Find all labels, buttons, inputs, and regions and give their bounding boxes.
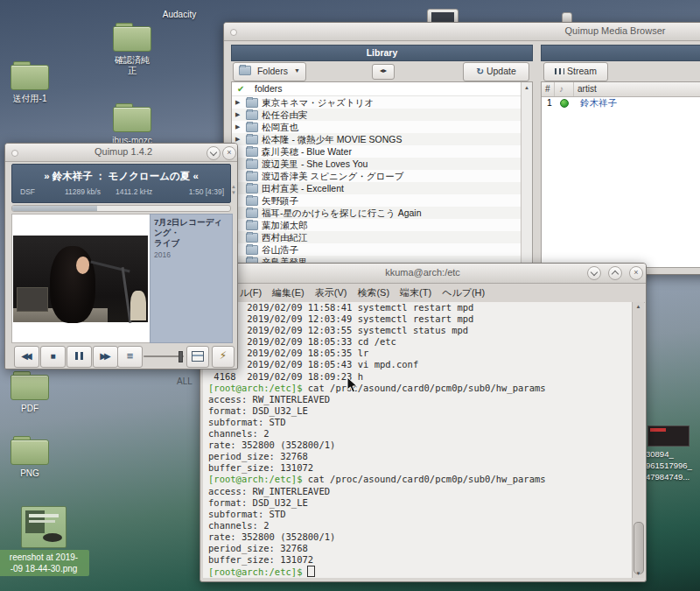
library-folder-row[interactable]: ▶東京キネマ・ジャズトリオ bbox=[232, 96, 532, 109]
previous-button[interactable]: ◀◀ bbox=[14, 346, 39, 368]
shade-button[interactable] bbox=[206, 146, 220, 160]
library-folder-row[interactable]: 田村直美 - Excellent bbox=[232, 182, 532, 194]
previous-icon: ◀◀ bbox=[21, 347, 29, 365]
close-button[interactable]: × bbox=[629, 266, 643, 280]
stop-button[interactable]: ■ bbox=[40, 346, 66, 368]
folder-label: 渡辺香津美 スピニング・グローブ bbox=[262, 170, 403, 182]
maximize-button[interactable] bbox=[608, 266, 622, 280]
terminal-content[interactable]: 2019/02/09 11:58:41 systemctl restart mp… bbox=[203, 302, 634, 578]
library-folder-row[interactable]: 渡辺美里 - She Loves You bbox=[232, 158, 532, 170]
terminal-line: rate: 352800 (352800/1) bbox=[203, 440, 634, 451]
menu-item[interactable]: 端末(T) bbox=[400, 286, 431, 299]
connect-button[interactable]: ⚡ bbox=[212, 346, 234, 368]
pause-button[interactable] bbox=[66, 346, 92, 368]
volume-handle[interactable] bbox=[178, 351, 183, 362]
progress-fill bbox=[12, 206, 97, 211]
volume-slider[interactable] bbox=[144, 355, 184, 358]
library-scrollbar[interactable]: ▲ bbox=[521, 82, 532, 267]
playlist-row[interactable]: 1 鈴木祥子 bbox=[542, 96, 700, 109]
chevron-down-icon bbox=[210, 149, 217, 156]
expand-arrow-icon[interactable]: ▶ bbox=[235, 109, 242, 121]
desktop-icon-audacity[interactable]: Audacity bbox=[144, 7, 214, 20]
desktop-label-all[interactable]: ALL bbox=[172, 374, 198, 387]
folder-label: 葉加瀬太郎 bbox=[262, 219, 308, 231]
panel-toggle-button[interactable]: ◂▸ bbox=[372, 64, 395, 80]
playlist-button[interactable]: ≡ bbox=[117, 346, 143, 368]
library-folder-row[interactable]: 矢野顕子 bbox=[232, 194, 532, 207]
library-folder-row[interactable]: 森川美穂 - Blue Water bbox=[232, 145, 532, 158]
media-browser-titlebar[interactable]: Quimup Media Browser bbox=[224, 23, 700, 41]
library-tree[interactable]: ✔ folders ▶東京キネマ・ジャズトリオ▶松任谷由実▶松岡直也▶松本隆 -… bbox=[231, 81, 533, 268]
scrollbar-thumb[interactable] bbox=[634, 522, 644, 574]
playlist-column-headers[interactable]: # ♪ artist bbox=[542, 82, 700, 97]
desktop-icon-png[interactable]: PNG bbox=[10, 436, 50, 479]
folder-label: 渡辺美里 - She Loves You bbox=[262, 158, 368, 170]
playlist-table[interactable]: # ♪ artist 1 鈴木祥子 bbox=[541, 81, 700, 268]
desktop-icon-kakunin[interactable]: 確認済純正 bbox=[112, 23, 152, 76]
progress-bar[interactable] bbox=[11, 205, 231, 212]
terminal-title: kkuma@arch:/etc bbox=[335, 267, 510, 278]
player-titlebar[interactable]: Quimup 1.4.2 × bbox=[5, 144, 237, 162]
desktop-icon-soufu[interactable]: 送付用-1 bbox=[10, 61, 50, 104]
expand-arrow-icon[interactable]: ▶ bbox=[235, 96, 242, 109]
window-menu-icon[interactable] bbox=[230, 29, 237, 36]
scroll-up-icon[interactable]: ▲ bbox=[633, 304, 644, 309]
right-arrow-icon: ▸ bbox=[383, 67, 387, 74]
scroll-up-icon[interactable]: ▲ bbox=[231, 184, 236, 190]
folder-label: 田村直美 - Excellent bbox=[262, 182, 344, 194]
folders-dropdown[interactable]: Folders ▼ bbox=[233, 62, 306, 81]
library-folder-row[interactable]: 渡辺香津美 スピニング・グローブ bbox=[232, 170, 532, 182]
library-folder-row[interactable]: ▶松本隆 - 微熱少年 MOVIE SONGS bbox=[232, 133, 532, 145]
terminal-line: access: RW_INTERLEAVED bbox=[203, 486, 634, 497]
pause-icon bbox=[75, 352, 83, 360]
library-folder-row[interactable]: ▶松任谷由実 bbox=[232, 109, 532, 121]
library-folder-row[interactable]: 葉加瀬太郎 bbox=[232, 219, 532, 231]
terminal-scrollbar[interactable]: ▲ ▼ bbox=[632, 302, 644, 578]
folder-label: 松岡直也 bbox=[262, 121, 298, 133]
desktop-icon-screenshot[interactable]: reenshot at 2019- -09 18-44-30.png bbox=[10, 506, 77, 548]
scroll-up-icon[interactable]: ▲ bbox=[523, 85, 530, 90]
folder-label: 松任谷由実 bbox=[262, 109, 308, 121]
library-folder-row[interactable]: 西村由紀江 bbox=[232, 231, 532, 243]
note-scroll-arrows[interactable]: ▲ ▼ bbox=[231, 184, 236, 196]
window-menu-icon[interactable] bbox=[11, 150, 18, 157]
library-folder-row[interactable]: ▶松岡直也 bbox=[232, 121, 532, 133]
shade-button[interactable] bbox=[587, 266, 601, 280]
update-button[interactable]: ↻ Update bbox=[463, 62, 529, 81]
library-folder-row[interactable]: 福耳-星のかけらを探しに行こう Again bbox=[232, 207, 532, 219]
col-artist: artist bbox=[578, 84, 597, 94]
folder-label: 確認済純正 bbox=[112, 55, 152, 76]
library-root-row[interactable]: ✔ folders bbox=[232, 82, 532, 96]
stream-button[interactable]: Stream bbox=[543, 62, 608, 81]
scroll-down-icon[interactable]: ▼ bbox=[633, 571, 644, 576]
save-button[interactable] bbox=[186, 346, 209, 368]
check-icon: ✔ bbox=[237, 82, 244, 95]
terminal-line: rate: 352800 (352800/1) bbox=[203, 531, 634, 543]
close-button[interactable]: × bbox=[222, 146, 236, 160]
menu-item[interactable]: 表示(V) bbox=[315, 286, 347, 299]
next-button[interactable]: ▶▶ bbox=[93, 346, 118, 368]
terminal-line: format: DSD_U32_LE bbox=[203, 497, 634, 509]
album-year: 2016 bbox=[154, 250, 228, 260]
terminal-line: [root@arch:/etc]$ bbox=[203, 566, 634, 578]
stop-icon: ■ bbox=[50, 351, 55, 361]
menu-item[interactable]: 検索(S) bbox=[357, 286, 389, 299]
terminal-line: buffer_size: 131072 bbox=[203, 462, 634, 474]
root-label: folders bbox=[255, 82, 283, 95]
folder-label: PNG bbox=[10, 468, 50, 479]
desktop-icon-numbered-file[interactable]: 30894_ 961517996_ 47984749... bbox=[646, 426, 698, 482]
desktop-icon-pdf[interactable]: PDF bbox=[10, 371, 50, 414]
artist-name[interactable]: 鈴木祥子 bbox=[580, 96, 617, 109]
close-icon: × bbox=[634, 268, 638, 277]
folder-icon bbox=[246, 196, 258, 206]
terminal-cursor bbox=[307, 566, 315, 577]
menu-item[interactable]: 編集(E) bbox=[272, 286, 304, 299]
menu-item[interactable]: ヘルプ(H) bbox=[442, 286, 485, 299]
lightning-icon: ⚡ bbox=[220, 349, 227, 362]
desktop-icon-ibus-mozc[interactable]: ibus-mozc bbox=[112, 103, 152, 146]
library-folder-row[interactable]: 谷山浩子 bbox=[232, 243, 532, 256]
terminal-titlebar[interactable]: kkuma@arch:/etc × bbox=[200, 264, 646, 284]
scroll-down-icon[interactable]: ▼ bbox=[231, 190, 236, 196]
terminal-line: 4168 2019/02/09 18:09:23 h bbox=[203, 371, 634, 383]
expand-arrow-icon[interactable]: ▶ bbox=[235, 121, 242, 133]
